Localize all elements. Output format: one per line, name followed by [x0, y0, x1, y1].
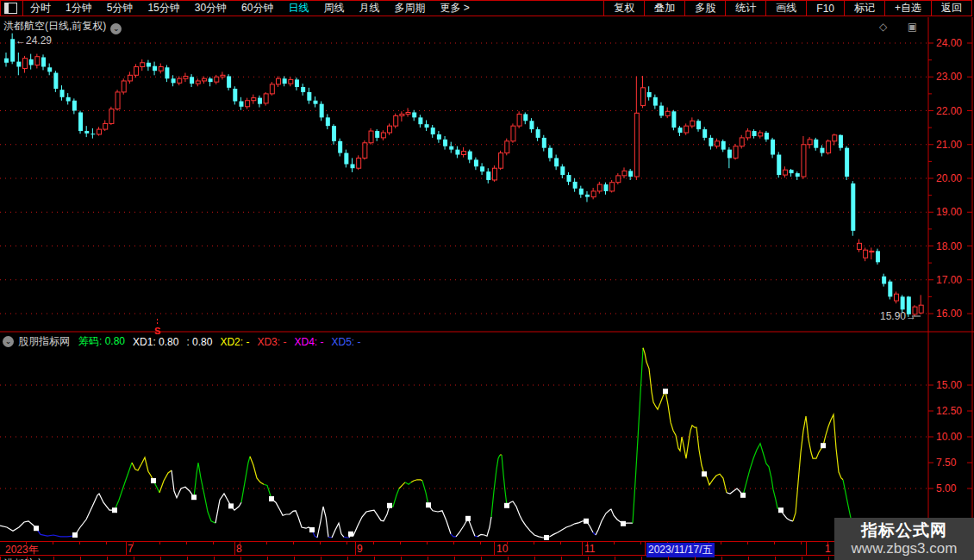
sub-tick	[481, 557, 482, 560]
axis-tick	[721, 542, 721, 544]
axis-tick	[774, 542, 775, 544]
menu-item-周线[interactable]: 周线	[323, 1, 344, 16]
axis-separator	[494, 542, 495, 555]
price-tick-label: 23.00	[936, 71, 962, 83]
axis-tick	[106, 542, 107, 544]
axis-month-label[interactable]: 8	[236, 543, 242, 555]
indicator-value: XD5: -	[331, 336, 360, 348]
tool-item-+自选[interactable]: +自选	[884, 1, 931, 16]
axis-separator	[645, 542, 646, 555]
sub-tick	[721, 557, 722, 560]
axis-separator	[806, 542, 807, 555]
axis-separator	[234, 542, 235, 555]
sub-tick	[267, 557, 268, 560]
sub-tick	[668, 557, 669, 560]
sub-tick	[748, 557, 749, 560]
chevron-down-icon[interactable]: ⌄	[110, 23, 122, 34]
axis-tick	[373, 542, 374, 544]
axis-tick	[640, 542, 641, 544]
selected-date-label[interactable]: 2023/11/17/五	[646, 543, 715, 557]
tool-item-复权[interactable]: 复权	[603, 1, 644, 16]
layout-icon[interactable]	[4, 3, 17, 14]
indicator-value: XD2: -	[220, 336, 249, 348]
tool-item-标记[interactable]: 标记	[844, 1, 884, 16]
axis-month-label[interactable]: 1	[825, 543, 831, 555]
clipped-status-row: 洪都航空	[0, 557, 974, 560]
axis-separator	[582, 542, 583, 555]
sub-tick	[0, 557, 1, 560]
tool-menu: 复权叠加多股统计画线F10标记+自选返回	[603, 1, 971, 16]
indicator-tick-label: 15.00	[936, 379, 962, 391]
price-tick-label: 17.00	[936, 274, 962, 286]
sub-tick	[695, 557, 696, 560]
menu-item-1分钟[interactable]: 1分钟	[66, 1, 92, 16]
collapse-indicator-icon[interactable]: ⌄	[3, 336, 14, 347]
tool-item-多股[interactable]: 多股	[684, 1, 725, 16]
price-tick-label: 19.00	[936, 206, 962, 218]
sub-tick	[828, 557, 829, 560]
sub-tick	[347, 557, 348, 560]
indicator-header: ⌄ 股朋指标网 筹码: 0.80XD1: 0.80: 0.80XD2: -XD3…	[3, 334, 369, 349]
axis-tick	[480, 542, 481, 544]
menu-item-月线[interactable]: 月线	[359, 1, 379, 16]
chart-canvas	[0, 0, 974, 560]
site-watermark: 指标公式网 www.zbgs3.com	[834, 518, 974, 560]
tool-item-叠加[interactable]: 叠加	[644, 1, 684, 16]
axis-separator	[355, 542, 356, 555]
menu-item-多周期[interactable]: 多周期	[394, 1, 425, 16]
sub-tick	[187, 557, 188, 560]
sub-tick	[534, 557, 535, 560]
axis-tick	[53, 542, 53, 544]
high-price-label: ←24.29	[16, 34, 52, 47]
time-axis[interactable]: 2023年78910112023/11/17/五1	[0, 541, 974, 556]
tool-item-F10[interactable]: F10	[806, 1, 844, 16]
sub-tick	[454, 557, 455, 560]
menu-item-15分钟[interactable]: 15分钟	[147, 1, 179, 16]
sub-tick	[588, 557, 589, 560]
menu-item-5分钟[interactable]: 5分钟	[107, 1, 134, 16]
sub-tick	[508, 557, 509, 560]
axis-tick	[186, 542, 187, 544]
axis-tick	[347, 542, 347, 544]
axis-month-label[interactable]: 7	[128, 543, 134, 555]
sub-tick	[615, 557, 615, 560]
sub-tick	[134, 557, 134, 560]
sub-tick	[214, 557, 215, 560]
tool-item-返回[interactable]: 返回	[931, 1, 971, 16]
tool-item-画线[interactable]: 画线	[765, 1, 806, 16]
stock-name-label[interactable]: 洪都航空(日线,前复权)	[3, 20, 106, 32]
menu-item-30分钟[interactable]: 30分钟	[195, 1, 227, 16]
sub-tick	[428, 557, 428, 560]
menu-item-60分钟[interactable]: 60分钟	[241, 1, 273, 16]
axis-tick	[159, 542, 160, 544]
menu-item-日线[interactable]: 日线	[288, 1, 309, 16]
indicator-source-label[interactable]: 股朋指标网	[18, 334, 70, 349]
sub-tick	[240, 557, 241, 560]
menu-item-更多 >[interactable]: 更多 >	[440, 1, 469, 16]
price-tick-label: 24.00	[936, 37, 962, 49]
chart-title: 洪都航空(日线,前复权)⌄	[3, 19, 122, 34]
axis-month-label[interactable]: 10	[496, 543, 508, 555]
indicator-value: XD3: -	[257, 336, 286, 348]
axis-month-label[interactable]: 11	[584, 543, 595, 555]
sub-tick	[53, 557, 54, 560]
axis-tick	[293, 542, 294, 544]
sell-signal-marker: S	[154, 319, 160, 336]
tool-item-统计[interactable]: 统计	[725, 1, 765, 16]
indicator-value: : 0.80	[186, 336, 212, 348]
watermark-title: 指标公式网	[861, 521, 947, 540]
sub-tick	[802, 557, 802, 560]
watermark-url: www.zbgs3.com	[852, 540, 958, 557]
sub-tick	[160, 557, 161, 560]
indicator-tick-label: 7.50	[936, 457, 956, 469]
axis-tick	[79, 542, 80, 544]
sub-tick	[641, 557, 642, 560]
price-tick-label: 22.00	[936, 105, 962, 117]
axis-month-label[interactable]: 2023年	[5, 543, 39, 557]
chart-corner-icons[interactable]: ◇ ▣	[879, 21, 926, 33]
sub-tick	[321, 557, 322, 560]
menu-item-分时[interactable]: 分时	[30, 1, 51, 16]
signal-dash	[157, 319, 158, 325]
indicator-tick-label: 12.50	[936, 405, 962, 417]
axis-month-label[interactable]: 9	[357, 543, 363, 555]
